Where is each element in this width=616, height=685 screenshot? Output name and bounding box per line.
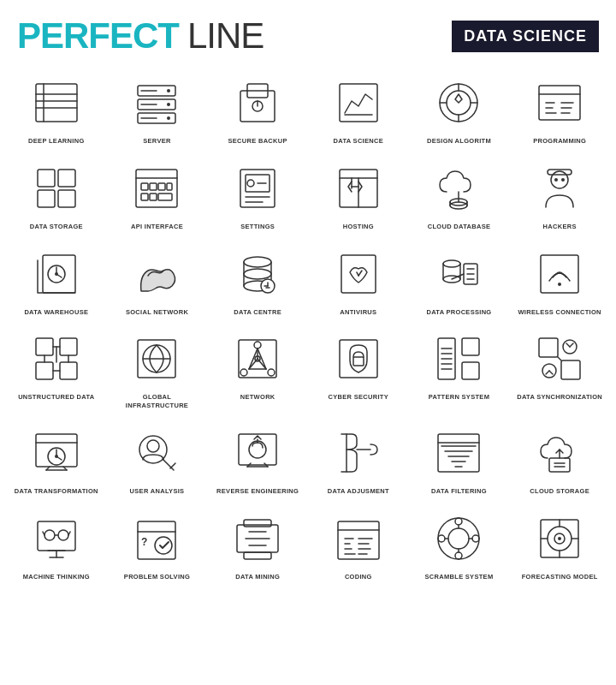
svg-line-132 bbox=[570, 343, 573, 347]
hosting-cell: HOSTING bbox=[309, 151, 408, 235]
svg-point-8 bbox=[167, 89, 170, 92]
antivirus-cell: ANTIVIRUS bbox=[309, 236, 408, 320]
icon-grid: DEEP LEARNING SERVER bbox=[0, 65, 616, 584]
api-interface-icon bbox=[126, 158, 187, 219]
unstructured-data-cell: UNSTRUCTURED DATA bbox=[7, 321, 106, 414]
svg-point-65 bbox=[554, 178, 558, 182]
data-warehouse-label: DATA WAREHOUSE bbox=[24, 308, 88, 317]
cyber-security-label: CYBER SECURITY bbox=[329, 393, 388, 402]
svg-rect-45 bbox=[150, 194, 157, 200]
data-filtering-icon bbox=[428, 422, 489, 484]
data-processing-icon bbox=[428, 243, 489, 305]
svg-rect-122 bbox=[462, 362, 479, 379]
svg-point-71 bbox=[55, 272, 58, 276]
data-adjusment-label: DATA ADJUSMENT bbox=[328, 487, 389, 496]
svg-rect-36 bbox=[38, 190, 55, 207]
svg-rect-183 bbox=[244, 552, 271, 559]
data-warehouse-cell: DATA WAREHOUSE bbox=[7, 236, 106, 320]
svg-point-151 bbox=[249, 441, 266, 458]
svg-point-84 bbox=[443, 260, 460, 267]
problem-solving-icon: ? bbox=[126, 508, 187, 569]
forecasting-model-icon bbox=[529, 508, 590, 569]
data-synchronization-icon bbox=[529, 328, 590, 390]
cloud-storage-label: CLOUD STORAGE bbox=[530, 487, 589, 496]
data-storage-label: DATA STORAGE bbox=[30, 223, 83, 231]
svg-point-147 bbox=[147, 440, 159, 452]
svg-rect-81 bbox=[341, 255, 376, 293]
svg-point-72 bbox=[244, 257, 271, 267]
reverse-engineering-label: REVERSE ENGINEERING bbox=[216, 487, 299, 496]
wireless-connection-label: WIRELESS CONNECTION bbox=[518, 308, 601, 317]
machine-thinking-label: MACHINE THINKING bbox=[23, 573, 90, 581]
svg-rect-119 bbox=[353, 357, 364, 366]
programming-cell: PROGRAMMING bbox=[510, 65, 609, 149]
svg-rect-129 bbox=[561, 360, 580, 379]
header: PERFECT LINE DATA SCIENCE bbox=[0, 0, 616, 65]
data-centre-cell: DATA CENTRE bbox=[208, 236, 307, 320]
cloud-storage-icon bbox=[529, 422, 590, 484]
data-transformation-cell: DATA TRANSFORMATION bbox=[7, 415, 106, 499]
svg-point-9 bbox=[167, 103, 170, 106]
data-mining-icon bbox=[227, 508, 288, 569]
global-infrastructure-cell: GLOBAL INFRASTRUCTURE bbox=[108, 321, 207, 414]
svg-rect-95 bbox=[36, 338, 53, 355]
data-filtering-label: DATA FILTERING bbox=[431, 487, 487, 496]
data-storage-icon bbox=[26, 158, 87, 219]
global-infrastructure-icon bbox=[126, 328, 187, 390]
reverse-engineering-icon bbox=[227, 422, 288, 484]
forecasting-model-cell: FORECASTING MODEL bbox=[510, 501, 609, 585]
data-science-label: DATA SCIENCE bbox=[334, 137, 383, 146]
svg-line-149 bbox=[170, 463, 175, 468]
forecasting-model-label: FORECASTING MODEL bbox=[522, 573, 598, 581]
hosting-label: HOSTING bbox=[343, 223, 374, 231]
svg-point-73 bbox=[244, 269, 271, 279]
antivirus-icon bbox=[328, 243, 389, 305]
secure-backup-label: SECURE BACKUP bbox=[228, 137, 287, 146]
user-analysis-cell: USER ANALYSIS bbox=[108, 415, 207, 499]
svg-rect-0 bbox=[36, 84, 77, 122]
pattern-system-cell: PATTERN SYSTEM bbox=[410, 321, 509, 414]
svg-rect-98 bbox=[60, 362, 77, 379]
coding-label: CODING bbox=[345, 573, 372, 581]
data-warehouse-icon bbox=[26, 243, 87, 305]
deep-learning-label: DEEP LEARNING bbox=[28, 137, 84, 146]
svg-line-111 bbox=[249, 348, 258, 369]
scramble-system-cell: SCRAMBLE SYSTEM bbox=[410, 501, 509, 585]
data-synchronization-cell: DATA SYNCHRONIZATION bbox=[510, 321, 609, 414]
social-network-icon bbox=[126, 243, 187, 305]
cloud-database-cell: CLOUD DATABASE bbox=[410, 151, 509, 235]
design-algorithm-icon bbox=[428, 72, 489, 134]
network-label: NETWORK bbox=[240, 393, 275, 402]
user-analysis-label: USER ANALYSIS bbox=[130, 487, 185, 496]
antivirus-label: ANTIVIRUS bbox=[340, 308, 376, 317]
svg-point-197 bbox=[438, 518, 479, 559]
api-interface-label: API INTERFACE bbox=[131, 223, 183, 231]
machine-thinking-icon bbox=[26, 508, 87, 569]
cyber-security-cell: CYBER SECURITY bbox=[309, 321, 408, 414]
wireless-connection-cell: WIRELESS CONNECTION bbox=[510, 236, 609, 320]
svg-rect-42 bbox=[158, 183, 165, 190]
data-adjusment-cell: DATA ADJUSMENT bbox=[309, 415, 408, 499]
deep-learning-icon bbox=[26, 72, 87, 134]
svg-point-66 bbox=[561, 178, 565, 182]
settings-icon bbox=[227, 158, 288, 219]
problem-solving-label: PROBLEM SOLVING bbox=[124, 573, 190, 581]
svg-line-175 bbox=[68, 532, 70, 535]
data-science-cell: DATA SCIENCE bbox=[309, 65, 408, 149]
data-adjusment-icon bbox=[328, 422, 389, 484]
svg-point-173 bbox=[58, 530, 68, 540]
hackers-label: HACKERS bbox=[543, 223, 577, 231]
svg-rect-34 bbox=[38, 170, 55, 187]
svg-rect-97 bbox=[36, 362, 53, 379]
svg-rect-40 bbox=[141, 183, 148, 190]
data-transformation-icon bbox=[26, 422, 87, 484]
svg-rect-96 bbox=[60, 338, 77, 355]
header-line: LINE bbox=[187, 15, 264, 57]
svg-rect-128 bbox=[539, 338, 558, 357]
svg-line-174 bbox=[43, 532, 44, 535]
svg-point-142 bbox=[55, 455, 58, 458]
network-icon bbox=[227, 328, 288, 390]
scramble-system-icon bbox=[428, 508, 489, 569]
secure-backup-icon bbox=[227, 72, 288, 134]
design-algorithm-label: DESIGN ALGORITM bbox=[427, 137, 491, 146]
